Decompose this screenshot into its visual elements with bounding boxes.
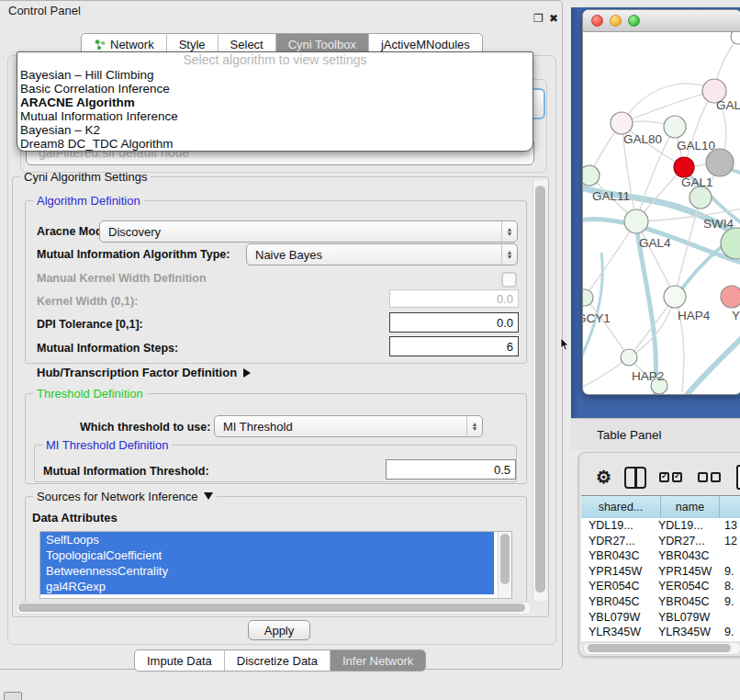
table-row[interactable]: YDR27...YDR27...12 — [581, 534, 740, 549]
list-item-selected[interactable]: gal4RGexp — [40, 579, 494, 594]
table-row[interactable]: YLR345WYLR345W9. — [581, 625, 740, 640]
algorithm-dropdown-popup: Select algorithm to view settings Bayesi… — [17, 51, 533, 152]
dropdown-item[interactable]: Bayesian – K2 — [17, 123, 533, 137]
desktop: { "window": { "title": "Control Panel", … — [0, 0, 740, 700]
combo-stepper-icon: ▲▼ — [501, 244, 517, 265]
tab-infer-network[interactable]: Infer Network — [330, 650, 425, 671]
node-label: GAL1 — [681, 175, 713, 189]
network-node-hap2[interactable] — [621, 349, 637, 366]
expanded-arrow-icon — [204, 492, 213, 500]
export-table-icon[interactable] — [736, 465, 740, 490]
column-header-shared-name[interactable]: shared... — [581, 496, 661, 518]
threshold-definition-title: Threshold Definition — [33, 387, 147, 401]
dropdown-item[interactable]: Dream8 DC_TDC Algorithm — [17, 137, 533, 151]
kernel-width-input — [389, 289, 519, 308]
float-window-icon[interactable]: ❐ — [533, 7, 544, 29]
sources-group-title[interactable]: Sources for Network Inference — [33, 490, 217, 503]
data-attributes-list: SelfLoops TopologicalCoefficient Between… — [39, 531, 512, 599]
column-header-name[interactable]: name — [661, 496, 720, 518]
network-node[interactable] — [721, 286, 740, 308]
node-label: GAL11 — [592, 189, 630, 203]
settings-scrollbar-thumb[interactable] — [535, 186, 545, 593]
table-hscrollbar-thumb[interactable] — [588, 644, 731, 652]
close-window-icon[interactable]: ✖ — [549, 7, 558, 29]
list-item-selected[interactable]: TopologicalCoefficient — [40, 548, 494, 563]
network-node-gal11[interactable] — [583, 165, 600, 186]
mi-steps-label: Mutual Information Steps: — [37, 342, 178, 355]
network-tab-icon — [94, 39, 106, 51]
mi-threshold-label: Mutual Information Threshold: — [43, 465, 209, 478]
which-threshold-label: Which threshold to use: — [80, 421, 210, 434]
table-body: YDL19...YDL19...13 YDR27...YDR27...12 YB… — [581, 518, 740, 641]
network-node[interactable] — [731, 32, 740, 44]
settings-hscrollbar-track[interactable] — [16, 602, 532, 615]
network-node-highlighted[interactable] — [674, 157, 694, 177]
control-panel-title: Control Panel — [8, 4, 81, 17]
network-node-gcy1[interactable] — [583, 289, 593, 306]
kernel-width-label: Kernel Width (0,1): — [37, 295, 138, 308]
list-scrollbar-track[interactable] — [498, 532, 511, 598]
select-all-columns-icon[interactable] — [659, 472, 685, 482]
settings-scrollbar-track[interactable] — [533, 180, 547, 601]
algorithm-definition-title: Algorithm Definition — [33, 194, 144, 208]
node-label: GAL10 — [677, 139, 715, 152]
control-panel-titlebar: Control Panel — [0, 0, 562, 22]
node-label: GAL4 — [639, 236, 671, 250]
list-item-selected[interactable]: BetweennessCentrality — [40, 563, 494, 579]
network-node-swi4[interactable] — [690, 186, 712, 209]
zoom-traffic-light[interactable] — [628, 15, 640, 27]
table-panel-titlebar: Table Panel — [571, 418, 740, 450]
network-graph[interactable]: GAL GAL80 GAL10 GAL1 GAL11 SWI4 GAL4 GCY… — [583, 32, 740, 394]
list-scrollbar-thumb[interactable] — [500, 534, 510, 584]
node-label: SWI4 — [703, 217, 734, 231]
list-item-selected[interactable]: SelfLoops — [40, 532, 494, 548]
dropdown-item[interactable]: Basic Correlation Inference — [17, 82, 533, 96]
network-view-window: GAL GAL80 GAL10 GAL1 GAL11 SWI4 GAL4 GCY… — [582, 9, 740, 395]
minimize-traffic-light[interactable] — [610, 15, 622, 27]
network-node-hap4[interactable] — [664, 286, 686, 308]
table-row[interactable]: YER054CYER054C8. — [581, 579, 740, 594]
dpi-tolerance-label: DPI Tolerance [0,1]: — [37, 318, 143, 331]
combo-stepper-icon: ▲▼ — [466, 416, 482, 436]
node-label: GAL — [716, 98, 740, 112]
table-row[interactable]: YBR043CYBR043C — [581, 548, 740, 564]
table-panel-title: Table Panel — [597, 428, 662, 442]
manual-kernel-label: Manual Kernel Width Definition — [37, 272, 207, 285]
dpi-tolerance-input[interactable] — [389, 312, 519, 333]
node-label: Y — [732, 309, 740, 322]
tab-discretize-data[interactable]: Discretize Data — [224, 650, 330, 671]
aracne-mode-combo[interactable]: Discovery ▲▼ — [99, 220, 518, 243]
table-panel-window: ⚙ shared... name YDL19...YDL19...13 YDR2… — [578, 452, 740, 657]
table-settings-gear-icon[interactable]: ⚙ — [596, 467, 611, 488]
table-hscrollbar-track[interactable] — [583, 642, 740, 655]
table-row[interactable]: YIL052CYIL052C9. — [581, 640, 740, 641]
show-columns-icon[interactable] — [624, 467, 646, 489]
network-node-gal4[interactable] — [624, 209, 648, 233]
close-traffic-light[interactable] — [591, 15, 603, 27]
network-node[interactable] — [706, 149, 734, 176]
combo-stepper-icon: ▲▼ — [501, 221, 517, 242]
table-row[interactable]: YPR145WYPR145W9. — [581, 564, 740, 580]
which-threshold-combo[interactable]: MI Threshold ▲▼ — [214, 415, 483, 437]
table-row[interactable]: YBL079WYBL079W — [581, 610, 740, 626]
mi-threshold-group-title: MI Threshold Definition — [42, 438, 172, 452]
network-node-gal80[interactable] — [611, 112, 633, 134]
deselect-all-columns-icon[interactable] — [698, 472, 723, 482]
mi-threshold-input[interactable] — [386, 459, 516, 480]
dropdown-item-selected[interactable]: ARACNE Algorithm — [17, 96, 533, 109]
apply-button[interactable]: Apply — [248, 620, 310, 640]
dock-icon[interactable] — [4, 692, 22, 700]
tab-impute-data[interactable]: Impute Data — [135, 650, 224, 671]
dropdown-item[interactable]: Mutual Information Inference — [17, 109, 533, 123]
network-node-gal10[interactable] — [664, 116, 686, 138]
dropdown-item[interactable]: Bayesian – Hill Climbing — [17, 68, 533, 82]
settings-hscrollbar-thumb[interactable] — [18, 604, 525, 612]
mi-algorithm-type-label: Mutual Information Algorithm Type: — [37, 248, 230, 261]
column-header-cut[interactable] — [720, 496, 740, 518]
mi-algorithm-type-combo[interactable]: Naive Bayes ▲▼ — [246, 243, 518, 265]
mi-steps-input[interactable] — [389, 336, 519, 356]
table-row[interactable]: YBR045CYBR045C9. — [581, 594, 740, 610]
manual-kernel-checkbox — [501, 272, 517, 288]
hub-section-toggle[interactable]: Hub/Transcription Factor Definition — [37, 366, 251, 379]
table-row[interactable]: YDL19...YDL19...13 — [581, 518, 740, 534]
